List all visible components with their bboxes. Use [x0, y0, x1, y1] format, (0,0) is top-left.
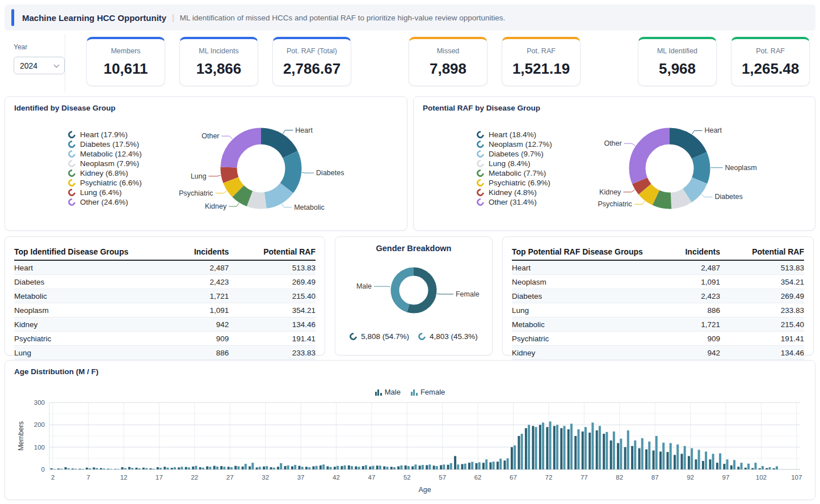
bar-female[interactable]: [577, 429, 579, 469]
bar-male[interactable]: [305, 467, 308, 469]
bar-female[interactable]: [662, 443, 665, 469]
bar-female[interactable]: [584, 427, 587, 469]
legend-item-lung[interactable]: Lung (8.4%): [477, 159, 579, 168]
bar-female[interactable]: [393, 467, 396, 469]
bar-female[interactable]: [613, 431, 615, 469]
bar-male[interactable]: [518, 436, 520, 469]
bar-female[interactable]: [273, 468, 275, 469]
bar-female[interactable]: [82, 469, 84, 469]
bar-male[interactable]: [582, 431, 584, 469]
bar-female[interactable]: [316, 466, 318, 469]
bar-male[interactable]: [277, 467, 279, 469]
bar-female[interactable]: [676, 444, 679, 469]
legend-item-kidney[interactable]: Kidney (6.8%): [68, 168, 170, 178]
bar-male[interactable]: [135, 468, 137, 469]
bar-male[interactable]: [171, 468, 173, 469]
bar-male[interactable]: [128, 467, 131, 469]
bar-male[interactable]: [751, 468, 754, 469]
bar-female[interactable]: [351, 466, 353, 469]
bar-female[interactable]: [620, 439, 622, 469]
legend-item-diabetes[interactable]: Diabetes (9.7%): [477, 149, 579, 159]
bar-female[interactable]: [627, 430, 629, 469]
bar-female[interactable]: [344, 465, 346, 469]
bar-female[interactable]: [138, 468, 141, 469]
table-row[interactable]: Neoplasm1,091354.21: [14, 303, 316, 317]
bar-female[interactable]: [670, 443, 672, 469]
bar-male[interactable]: [497, 461, 499, 469]
bar-male[interactable]: [603, 434, 605, 469]
bar-male[interactable]: [228, 467, 230, 469]
gender-legend-item-female[interactable]: 5,808 (54.7%): [350, 332, 409, 341]
bar-female[interactable]: [591, 422, 594, 469]
bar-male[interactable]: [624, 447, 626, 469]
bar-male[interactable]: [659, 452, 662, 469]
legend-item-diabetes[interactable]: Diabetes (17.5%): [68, 139, 170, 149]
bar-female[interactable]: [322, 464, 325, 469]
table-row[interactable]: Psychiatric909191.41: [14, 332, 316, 346]
bar-male[interactable]: [213, 466, 216, 469]
bar-female[interactable]: [493, 461, 495, 469]
bar-female[interactable]: [428, 464, 431, 469]
bar-male[interactable]: [234, 466, 237, 469]
bar-female[interactable]: [167, 468, 169, 469]
bar-male[interactable]: [114, 469, 116, 469]
bar-male[interactable]: [270, 467, 272, 469]
bar-female[interactable]: [68, 468, 70, 469]
bar-female[interactable]: [174, 467, 176, 469]
bar-male[interactable]: [79, 469, 81, 469]
bar-female[interactable]: [507, 458, 509, 469]
bar-female[interactable]: [308, 467, 310, 469]
table-row[interactable]: Neoplasm1,091354.21: [512, 275, 804, 289]
bar-male[interactable]: [376, 465, 379, 469]
bar-female[interactable]: [294, 465, 296, 469]
table-row[interactable]: Heart2,487513.83: [512, 260, 804, 275]
bar-male[interactable]: [319, 465, 322, 469]
bar-female[interactable]: [521, 434, 523, 469]
bar-male[interactable]: [680, 454, 683, 469]
bar-male[interactable]: [588, 433, 591, 469]
bar-female[interactable]: [457, 464, 459, 469]
bar-male[interactable]: [426, 465, 428, 469]
bar-female[interactable]: [287, 465, 289, 469]
bar-male[interactable]: [433, 465, 435, 469]
bar-female[interactable]: [280, 463, 282, 469]
bar-male[interactable]: [220, 466, 222, 469]
bar-female[interactable]: [485, 459, 487, 469]
bar-female[interactable]: [407, 466, 410, 469]
bar-female[interactable]: [400, 465, 402, 469]
bar-male[interactable]: [653, 451, 655, 469]
bar-male[interactable]: [100, 468, 102, 469]
bar-male[interactable]: [178, 467, 180, 469]
bar-male[interactable]: [185, 467, 187, 469]
gender-legend-item-male[interactable]: 4,803 (45.3%): [418, 332, 478, 341]
bar-male[interactable]: [645, 450, 647, 469]
bar-female[interactable]: [358, 467, 360, 469]
bar-male[interactable]: [355, 466, 357, 469]
bar-female[interactable]: [754, 463, 756, 469]
legend-item-lung[interactable]: Lung (6.4%): [68, 188, 170, 197]
bar-female[interactable]: [103, 468, 105, 469]
bar-male[interactable]: [242, 467, 244, 469]
bar-female[interactable]: [471, 462, 473, 469]
bar-male[interactable]: [631, 446, 633, 469]
bar-male[interactable]: [411, 466, 414, 469]
bar-male[interactable]: [312, 466, 314, 469]
bar-male[interactable]: [121, 467, 123, 469]
bar-male[interactable]: [86, 468, 88, 469]
bar-male[interactable]: [759, 468, 761, 469]
bar-male[interactable]: [362, 466, 364, 469]
bar-male[interactable]: [419, 465, 421, 469]
bar-female[interactable]: [251, 463, 254, 469]
bar-female[interactable]: [542, 422, 544, 469]
bar-male[interactable]: [745, 468, 747, 469]
bar-male[interactable]: [142, 468, 145, 469]
bar-female[interactable]: [443, 464, 445, 469]
bar-male[interactable]: [65, 467, 67, 469]
bar-male[interactable]: [560, 428, 562, 469]
bar-male[interactable]: [716, 463, 718, 469]
table-row[interactable]: Lung886233.83: [512, 303, 804, 317]
legend-item-kidney[interactable]: Kidney (4.8%): [477, 188, 579, 197]
bar-female[interactable]: [768, 467, 771, 469]
bar-male[interactable]: [199, 467, 201, 469]
bar-male[interactable]: [709, 459, 711, 469]
